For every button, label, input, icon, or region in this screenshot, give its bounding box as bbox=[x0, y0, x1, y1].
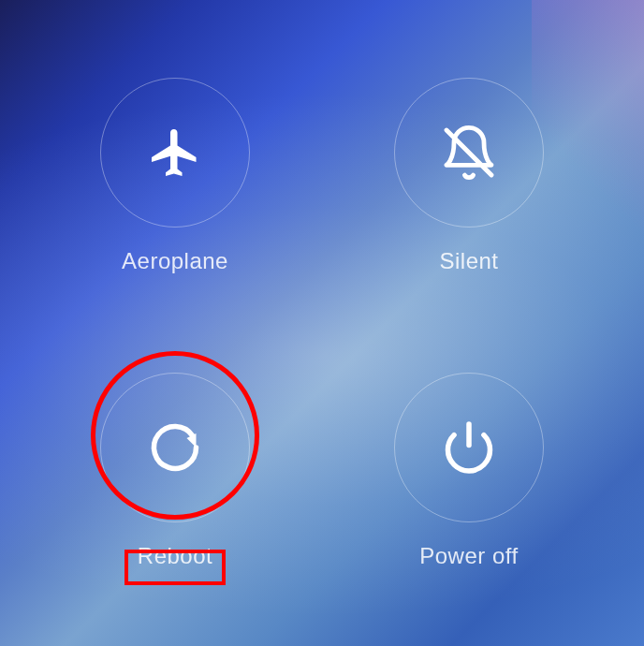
silent-label: Silent bbox=[439, 248, 498, 274]
power-icon bbox=[441, 419, 497, 476]
silent-button[interactable] bbox=[394, 78, 544, 228]
poweroff-button[interactable] bbox=[394, 373, 544, 522]
power-menu: Aeroplane Silent Reboot bbox=[0, 0, 644, 646]
aeroplane-button[interactable] bbox=[100, 78, 250, 228]
reboot-label: Reboot bbox=[138, 543, 212, 569]
poweroff-label: Power off bbox=[419, 543, 518, 569]
airplane-icon bbox=[147, 125, 203, 181]
bell-off-icon bbox=[439, 123, 499, 183]
reboot-button[interactable] bbox=[100, 373, 250, 522]
reboot-option: Reboot bbox=[47, 360, 303, 580]
silent-option: Silent bbox=[341, 66, 597, 286]
aeroplane-label: Aeroplane bbox=[122, 248, 228, 274]
restart-icon bbox=[147, 419, 203, 476]
poweroff-option: Power off bbox=[341, 360, 597, 580]
aeroplane-option: Aeroplane bbox=[47, 66, 303, 286]
